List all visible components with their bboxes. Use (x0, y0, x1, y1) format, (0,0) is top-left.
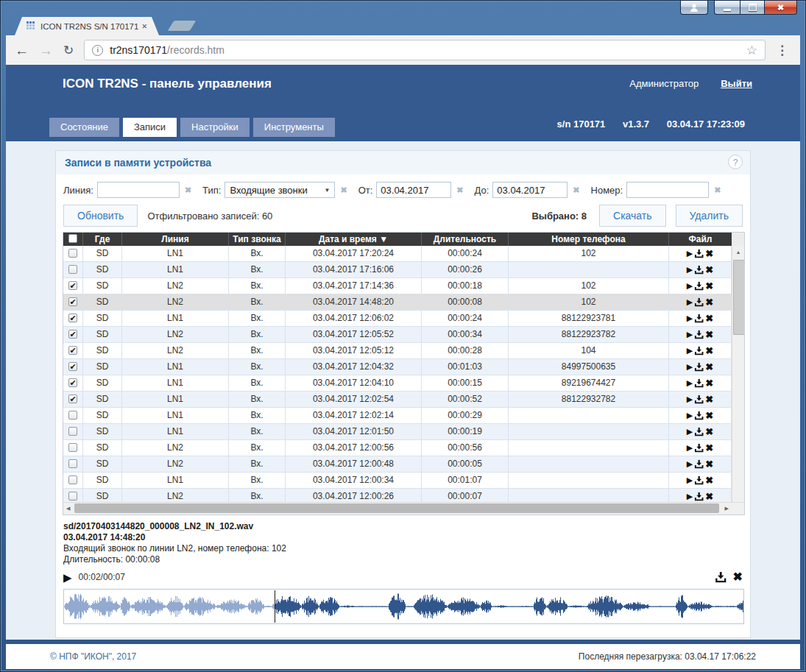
table-row[interactable]: SDLN2Вх.03.04.2017 12:00:5600:00:56▶✖ (63, 440, 732, 456)
play-record-icon[interactable]: ▶ (687, 444, 693, 452)
download-record-icon[interactable] (694, 297, 704, 307)
table-row[interactable]: SDLN2Вх.03.04.2017 12:00:4800:00:05▶✖ (63, 456, 732, 473)
browser-tab[interactable]: ICON TR2NS S/N 170171 ✕ (15, 17, 159, 35)
row-checkbox[interactable] (68, 443, 77, 452)
browser-menu-icon[interactable]: ⋮ (773, 43, 791, 58)
download-record-icon[interactable] (694, 459, 704, 469)
table-row[interactable]: ✔SDLN1Вх.03.04.2017 12:06:0200:00:248812… (63, 311, 732, 327)
table-row[interactable]: SDLN1Вх.03.04.2017 12:02:1400:00:29▶✖ (63, 408, 732, 424)
download-record-icon[interactable] (694, 265, 704, 275)
download-record-icon[interactable] (694, 281, 704, 291)
play-record-icon[interactable]: ▶ (687, 379, 693, 387)
download-record-icon[interactable] (694, 492, 704, 501)
delete-record-icon[interactable]: ✖ (705, 265, 713, 275)
play-record-icon[interactable]: ▶ (687, 314, 693, 322)
url-bar[interactable]: i tr2ns170171 /records.htm ☆ (84, 40, 766, 60)
logout-link[interactable]: Выйти (721, 78, 752, 89)
table-row[interactable]: ✔SDLN1Вх.03.04.2017 12:04:1000:00:158921… (63, 375, 732, 392)
delete-record-icon[interactable]: ✖ (705, 314, 713, 323)
row-checkbox[interactable] (68, 459, 77, 468)
scroll-right-icon[interactable]: ▶ (725, 503, 729, 514)
row-checkbox[interactable]: ✔ (68, 314, 77, 322)
table-row[interactable]: SDLN1Вх.03.04.2017 12:00:3400:01:07▶✖ (63, 473, 732, 489)
reload-icon[interactable]: ↻ (63, 44, 74, 57)
forward-icon[interactable]: → (39, 43, 53, 57)
delete-record-icon[interactable]: ✖ (705, 362, 713, 372)
table-row[interactable]: SDLN1Вх.03.04.2017 17:20:2400:00:24102▶✖ (63, 246, 732, 262)
clear-line-filter-icon[interactable]: ✖ (185, 185, 191, 195)
new-tab-button[interactable] (168, 21, 197, 31)
download-record-icon[interactable] (694, 346, 704, 356)
vertical-scroll-thumb[interactable] (733, 260, 744, 335)
to-date-input[interactable] (492, 182, 568, 198)
delete-record-icon[interactable]: ✖ (705, 475, 713, 485)
bookmark-star-icon[interactable]: ☆ (746, 43, 757, 58)
column-header[interactable]: Файл (669, 233, 732, 246)
column-header[interactable]: Номер телефона (509, 233, 669, 246)
horizontal-scrollbar[interactable]: ◀ ▶ (63, 502, 744, 514)
column-header[interactable]: Тип звонка (229, 233, 286, 246)
row-checkbox[interactable] (68, 249, 77, 258)
row-checkbox[interactable] (68, 427, 77, 436)
row-checkbox[interactable] (68, 265, 77, 274)
play-record-icon[interactable]: ▶ (687, 492, 693, 501)
delete-record-icon[interactable]: ✖ (705, 443, 713, 453)
delete-record-icon[interactable]: ✖ (705, 281, 713, 291)
delete-record-icon[interactable]: ✖ (705, 330, 713, 339)
delete-record-icon[interactable]: ✖ (705, 459, 713, 469)
maximize-button[interactable] (740, 1, 764, 15)
column-header[interactable]: Длительность (422, 233, 509, 246)
nav-tab[interactable]: Записи (123, 118, 177, 137)
row-checkbox[interactable]: ✔ (68, 330, 77, 339)
column-header[interactable]: Дата и время ▼ (286, 233, 422, 246)
from-date-input[interactable] (376, 182, 451, 198)
column-header[interactable]: Линия (122, 233, 229, 246)
table-row[interactable]: SDLN1Вх.03.04.2017 17:16:0600:00:26▶✖ (63, 262, 732, 278)
row-checkbox[interactable]: ✔ (68, 395, 77, 403)
page-info-icon[interactable]: i (92, 45, 103, 56)
table-row[interactable]: ✔SDLN2Вх.03.04.2017 12:05:1200:00:28104▶… (63, 343, 732, 359)
delete-record-icon[interactable]: ✖ (705, 427, 713, 436)
refresh-button[interactable]: Обновить (63, 205, 138, 227)
play-record-icon[interactable]: ▶ (687, 460, 693, 468)
select-all-checkbox[interactable] (68, 234, 77, 243)
type-select[interactable]: Входящие звонки ▼ (225, 182, 335, 198)
table-row[interactable]: ✔SDLN2Вх.03.04.2017 12:05:5200:00:348812… (63, 327, 732, 343)
number-filter-input[interactable] (626, 182, 709, 198)
play-record-icon[interactable]: ▶ (687, 347, 693, 355)
clear-from-date-icon[interactable]: ✖ (456, 185, 463, 195)
download-selected-button[interactable]: Скачать (599, 205, 666, 227)
delete-record-icon[interactable]: ✖ (705, 492, 713, 501)
waveform-panel[interactable] (63, 589, 744, 624)
play-record-icon[interactable]: ▶ (687, 363, 693, 371)
row-checkbox[interactable] (68, 411, 77, 420)
table-row[interactable]: SDLN1Вх.03.04.2017 12:01:5000:00:19▶✖ (63, 424, 732, 440)
download-record-icon[interactable] (694, 314, 704, 323)
download-record-icon[interactable] (694, 362, 704, 372)
play-record-icon[interactable]: ▶ (687, 395, 693, 403)
download-record-icon[interactable] (694, 249, 704, 258)
close-button[interactable]: ✖ (764, 1, 797, 15)
download-record-icon[interactable] (694, 330, 704, 339)
delete-record-icon[interactable]: ✖ (705, 411, 713, 420)
table-row[interactable]: SDLN2Вх.03.04.2017 12:00:2600:00:07▶✖ (63, 489, 732, 502)
clear-to-date-icon[interactable]: ✖ (573, 185, 579, 195)
row-checkbox[interactable] (68, 492, 77, 501)
nav-tab[interactable]: Состояние (49, 118, 119, 137)
clear-type-filter-icon[interactable]: ✖ (340, 185, 347, 195)
vertical-scrollbar[interactable]: ▲ ▼ (732, 246, 744, 502)
delete-selected-button[interactable]: Удалить (676, 205, 743, 227)
download-record-icon[interactable] (694, 411, 704, 420)
row-checkbox[interactable]: ✔ (68, 378, 77, 387)
nav-tab[interactable]: Инструменты (253, 118, 335, 137)
table-row[interactable]: ✔SDLN2Вх.03.04.2017 14:48:2000:00:08102▶… (63, 294, 732, 311)
row-checkbox[interactable]: ✔ (68, 281, 77, 290)
horizontal-scroll-thumb[interactable] (74, 503, 719, 513)
download-record-icon[interactable] (694, 427, 704, 436)
play-record-icon[interactable]: ▶ (687, 250, 693, 258)
table-row[interactable]: ✔SDLN1Вх.03.04.2017 12:02:5400:00:528812… (63, 392, 732, 408)
download-record-icon[interactable] (694, 378, 704, 388)
play-record-icon[interactable]: ▶ (687, 298, 693, 306)
column-header[interactable]: Где (83, 233, 122, 246)
table-row[interactable]: ✔SDLN2Вх.03.04.2017 17:14:3600:00:18102▶… (63, 278, 732, 294)
